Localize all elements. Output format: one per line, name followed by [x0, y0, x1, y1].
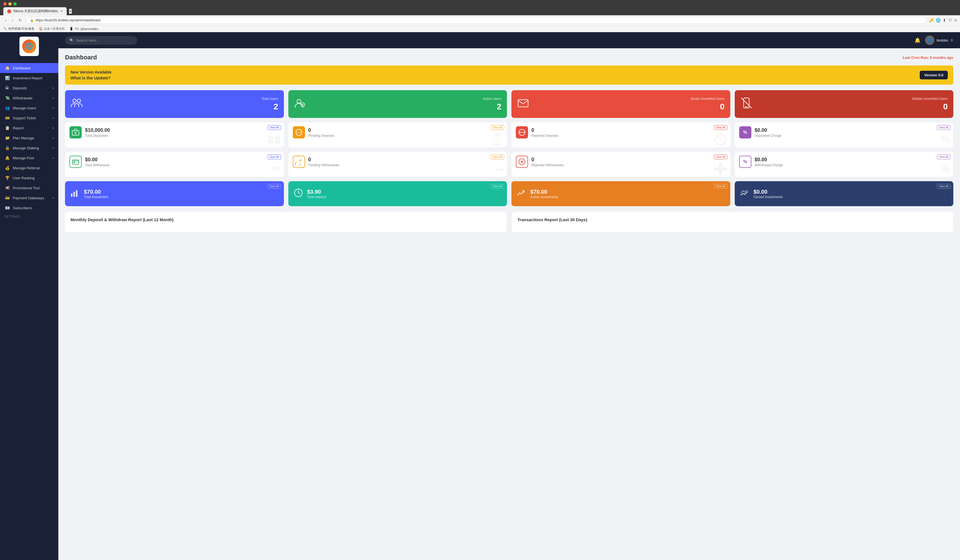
alert-banner: New Version Available What is the Update… — [65, 65, 953, 85]
deposit-stats-row: View All $10,000.00 Tota — [65, 122, 953, 147]
save-password-icon[interactable]: 🔑 — [929, 18, 934, 22]
view-all-button[interactable]: View All — [267, 125, 281, 130]
minimize-button[interactable] — [8, 2, 12, 6]
username-label: timibbs — [937, 38, 948, 43]
dashboard-icon: 🏠 — [5, 66, 10, 70]
share-icon[interactable]: ⬆ — [943, 18, 946, 22]
deposited-charge-value: $0.00 — [755, 128, 782, 133]
view-all-button[interactable]: View All — [937, 184, 950, 189]
sidebar-item-investment-report[interactable]: 📊 Investment Report — [0, 73, 58, 83]
sidebar-item-manage-staking[interactable]: 🔒 Manage Staking ▾ — [0, 143, 58, 153]
new-tab-button[interactable]: + — [69, 9, 72, 14]
sidebar-item-label: Plan Manage — [13, 136, 53, 140]
sidebar-item-subscribers[interactable]: 📧 Subscribers — [0, 203, 58, 213]
sidebar-item-manage-pool[interactable]: 🔔 Manage Pool ▾ — [0, 153, 58, 163]
maximize-button[interactable] — [13, 2, 17, 6]
sidebar-item-manage-referral[interactable]: 💰 Manage Referral — [0, 163, 58, 173]
close-button[interactable] — [3, 2, 7, 6]
sidebar-item-promotional-tool[interactable]: 📢 Promotional Tool — [0, 183, 58, 193]
chevron-down-icon: ▾ — [53, 196, 54, 199]
monthly-report-title: Monthly Deposit & Withdraw Report (Last … — [70, 217, 501, 222]
active-investments-value: $70.00 — [530, 189, 558, 195]
total-users-label: Total Users — [261, 97, 278, 101]
view-all-button[interactable]: View All — [714, 184, 728, 189]
chevron-down-icon: ▾ — [53, 156, 54, 160]
report-icon: 📋 — [5, 126, 10, 130]
bookmark-item[interactable]: 🔧 程序搭建/开发/修复 — [3, 27, 34, 31]
active-users-value: 2 — [483, 102, 501, 111]
settings-icon[interactable]: ⚙ — [950, 38, 953, 42]
bookmark-item[interactable]: 🏠 认证->天美社区 — [39, 27, 65, 31]
subscribers-icon: 📧 — [5, 206, 10, 210]
total-investment-value: $70.00 — [84, 189, 108, 195]
total-users-info: Total Users 2 — [261, 97, 278, 111]
sidebar-section-settings: SETTINGS — [0, 213, 58, 219]
email-icon — [517, 97, 529, 112]
svg-point-14 — [300, 132, 301, 133]
view-all-button[interactable]: View All — [937, 125, 950, 130]
reload-button[interactable]: ↻ — [17, 18, 24, 23]
pending-withdrawals-card: View All 0 Pending Withdrawals — [288, 152, 507, 177]
sidebar: 🌐 🏠 Dashboard 📊 Investment Report 🏛 Depo… — [0, 32, 58, 560]
search-box[interactable]: 🔍 — [65, 36, 137, 45]
card-text: 0 Rejected Deposits — [531, 128, 558, 138]
view-all-button[interactable]: View All — [714, 125, 728, 130]
sidebar-item-label: Investment Report — [13, 76, 54, 80]
view-all-button[interactable]: View All — [491, 184, 504, 189]
tab-favicon — [7, 10, 11, 13]
svg-point-13 — [298, 132, 299, 133]
browser-chrome: Nikora-天美社区源码网timibbs ✕ + — [0, 0, 960, 15]
bottom-row: Monthly Deposit & Withdraw Report (Last … — [65, 212, 953, 232]
forward-button[interactable]: › — [10, 18, 15, 23]
bg-icon: ✏ — [272, 163, 281, 175]
total-interest-label: Total Interest — [307, 195, 326, 199]
sidebar-item-manage-users[interactable]: 👥 Manage Users ▾ — [0, 103, 58, 113]
view-all-button[interactable]: View All — [267, 155, 281, 159]
sidebar-item-label: Withdrawals — [13, 96, 53, 100]
sidebar-item-report[interactable]: 📋 Report ▾ — [0, 123, 58, 133]
total-withdrawal-label: Total Withdrawal — [85, 163, 109, 167]
bookmark-item[interactable]: 📱 TG: @tianmeibbs — [69, 27, 98, 31]
pending-deposits-label: Pending Deposits — [308, 134, 334, 138]
translate-icon[interactable]: 🌐 — [936, 18, 941, 22]
view-all-button[interactable]: View All — [937, 155, 950, 159]
deposited-icon — [69, 126, 82, 139]
menu-icon[interactable]: ≡ — [954, 18, 957, 22]
card-text: $0.00 Total Withdrawal — [85, 157, 109, 167]
email-unverified-label: Email Unverified Users — [691, 97, 725, 101]
sidebar-item-label: Report — [13, 126, 53, 130]
view-all-button[interactable]: View All — [267, 184, 281, 189]
url-bar[interactable]: 🔒 https://licai105.timibbs.vip/admin/das… — [26, 17, 926, 24]
sidebar-item-withdrawals[interactable]: 💸 Withdrawals ▾ — [0, 93, 58, 103]
sidebar-item-plan-manage[interactable]: 📁 Plan Manage ▾ — [0, 133, 58, 143]
search-icon: 🔍 — [69, 38, 74, 43]
search-input[interactable] — [76, 38, 133, 43]
shield-icon[interactable]: 🛡 — [948, 18, 952, 22]
app-wrapper: 🌐 🏠 Dashboard 📊 Investment Report 🏛 Depo… — [0, 32, 960, 560]
view-all-button[interactable]: View All — [491, 155, 504, 159]
user-info[interactable]: 👤 timibbs ⚙ — [925, 35, 953, 45]
back-button[interactable]: ‹ — [3, 18, 8, 23]
closed-investments-card: $0.00 Closed Investments View All — [735, 181, 954, 206]
active-tab[interactable]: Nikora-天美社区源码网timibbs ✕ — [3, 7, 67, 15]
active-investments-icon — [517, 188, 526, 200]
view-all-button[interactable]: View All — [714, 155, 728, 159]
sidebar-item-dashboard[interactable]: 🏠 Dashboard — [0, 63, 58, 73]
investment-icon — [70, 188, 80, 200]
sidebar-item-deposits[interactable]: 🏛 Deposits ▾ — [0, 83, 58, 93]
active-users-info: Active Users 2 — [483, 97, 501, 111]
withdrawal-charge-label: Withdrawal Charge — [755, 163, 783, 167]
notification-button[interactable]: 🔔 — [914, 37, 920, 43]
tab-close-icon[interactable]: ✕ — [60, 10, 63, 13]
view-all-button[interactable]: View All — [491, 125, 504, 130]
investment-report-icon: 📊 — [5, 76, 10, 80]
users-icon — [70, 97, 83, 112]
sidebar-item-payment-gateways[interactable]: 💳 Payment Gateways ▾ — [0, 193, 58, 203]
tab-title: Nikora-天美社区源码网timibbs — [13, 9, 58, 14]
sidebar-item-support-ticket[interactable]: 🎫 Support Ticket ▾ — [0, 113, 58, 123]
rejected-withdrawals-label: Rejected Withdrawals — [531, 163, 563, 167]
manage-users-icon: 👥 — [5, 106, 10, 110]
sidebar-item-user-ranking[interactable]: 🏆 User Ranking — [0, 173, 58, 183]
total-investment-info: $70.00 Total Investment — [84, 189, 108, 199]
rejected-deposits-value: 0 — [531, 128, 558, 133]
